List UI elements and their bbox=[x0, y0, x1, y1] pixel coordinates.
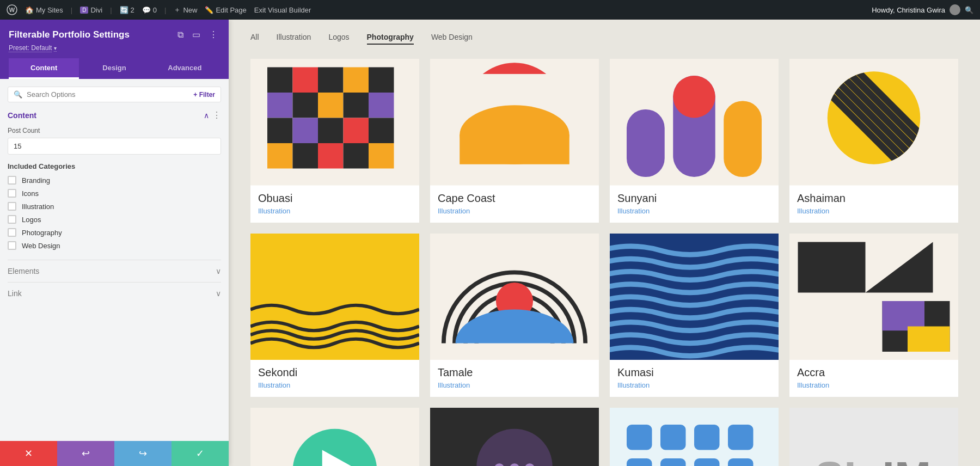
sidebar-expand-btn[interactable]: ⧉ bbox=[175, 29, 186, 41]
comment-count: 0 bbox=[153, 6, 157, 14]
portfolio-item-11[interactable] bbox=[610, 408, 779, 466]
admin-bar-comments[interactable]: 💬 0 bbox=[142, 6, 157, 14]
admin-bar-new[interactable]: ＋ New bbox=[174, 5, 197, 15]
portfolio-info-accra: Accra Illustration bbox=[789, 360, 958, 397]
preset-row[interactable]: Preset: Default ▾ bbox=[9, 44, 220, 52]
admin-bar-left: W 🏠 My Sites | D Divi | 🔄 2 💬 0 | ＋ New … bbox=[7, 4, 863, 15]
admin-bar-sync[interactable]: 🔄 2 bbox=[120, 6, 134, 14]
portfolio-name-sunyani: Sunyani bbox=[617, 192, 771, 205]
link-header[interactable]: Link ∨ bbox=[8, 289, 221, 298]
svg-rect-5 bbox=[318, 68, 344, 93]
portfolio-item-cape-coast[interactable]: Cape Coast Illustration bbox=[430, 59, 599, 223]
link-chevron-icon[interactable]: ∨ bbox=[216, 289, 221, 298]
category-checkbox-5[interactable] bbox=[8, 241, 16, 250]
filter-tab-photography[interactable]: Photography bbox=[367, 30, 414, 45]
portfolio-item-tamale[interactable]: Tamale Illustration bbox=[430, 234, 599, 397]
admin-bar-divi[interactable]: D Divi bbox=[80, 6, 102, 14]
svg-text:IM: IM bbox=[883, 452, 932, 466]
search-options-row[interactable]: 🔍 + Filter bbox=[8, 87, 221, 102]
home-icon: 🏠 bbox=[25, 6, 34, 14]
category-checkbox-4[interactable] bbox=[8, 228, 16, 237]
admin-bar: W 🏠 My Sites | D Divi | 🔄 2 💬 0 | ＋ New … bbox=[0, 0, 980, 20]
svg-rect-21 bbox=[344, 143, 369, 169]
divi-label: Divi bbox=[90, 6, 102, 14]
portfolio-cat-tamale: Illustration bbox=[438, 381, 591, 389]
category-checkbox-1[interactable] bbox=[8, 189, 16, 198]
portfolio-item-obuasi[interactable]: Obuasi Illustration bbox=[250, 59, 419, 223]
sync-count: 2 bbox=[131, 6, 134, 14]
elements-chevron-icon[interactable]: ∨ bbox=[216, 267, 221, 275]
redo-button[interactable]: ↪ bbox=[114, 441, 171, 466]
preset-arrow-icon: ▾ bbox=[54, 45, 57, 52]
portfolio-thumb-accra bbox=[789, 234, 958, 360]
category-checkbox-3[interactable] bbox=[8, 215, 16, 224]
wp-logo[interactable]: W bbox=[7, 4, 17, 15]
category-item-icons[interactable]: Icons bbox=[8, 189, 221, 198]
filter-tab-illustration[interactable]: Illustration bbox=[277, 30, 311, 45]
tab-advanced[interactable]: Advanced bbox=[150, 58, 220, 79]
confirm-button[interactable]: ✓ bbox=[171, 441, 229, 466]
filter-tab-logos[interactable]: Logos bbox=[328, 30, 349, 45]
admin-bar-edit-page[interactable]: ✏️ Edit Page bbox=[205, 6, 246, 14]
portfolio-item-12[interactable]: SL IM bbox=[789, 408, 958, 466]
category-item-logos[interactable]: Logos bbox=[8, 215, 221, 224]
svg-rect-65 bbox=[728, 425, 754, 450]
sidebar-title: Filterable Portfolio Settings bbox=[9, 29, 130, 40]
category-list: Branding Icons Illustration Logos Photog… bbox=[8, 176, 221, 250]
undo-button[interactable]: ↩ bbox=[57, 441, 114, 466]
post-count-input[interactable] bbox=[8, 138, 221, 155]
categories-label: Included Categories bbox=[8, 162, 221, 170]
portfolio-item-accra[interactable]: Accra Illustration bbox=[789, 234, 958, 397]
portfolio-item-kumasi[interactable]: Kumasi Illustration bbox=[610, 234, 779, 397]
search-options-input[interactable] bbox=[27, 90, 189, 99]
sidebar-title-icons: ⧉ ▭ ⋮ bbox=[175, 28, 220, 41]
main-content: All Illustration Logos Photography Web D… bbox=[229, 20, 980, 466]
admin-bar-my-sites[interactable]: 🏠 My Sites bbox=[25, 6, 63, 14]
portfolio-info-ashaiman: Ashaiman Illustration bbox=[789, 186, 958, 223]
category-name-4: Photography bbox=[22, 229, 62, 237]
plus-icon: ＋ bbox=[174, 5, 181, 15]
category-name-2: Illustration bbox=[22, 203, 54, 211]
portfolio-info-sekondi: Sekondi Illustration bbox=[250, 360, 419, 397]
svg-rect-31 bbox=[673, 76, 715, 118]
category-checkbox-2[interactable] bbox=[8, 202, 16, 211]
category-item-illustration[interactable]: Illustration bbox=[8, 202, 221, 211]
portfolio-item-10[interactable] bbox=[430, 408, 599, 466]
elements-header[interactable]: Elements ∨ bbox=[8, 267, 221, 275]
portfolio-cat-kumasi: Illustration bbox=[617, 381, 771, 389]
portfolio-item-9[interactable] bbox=[250, 408, 419, 466]
svg-rect-15 bbox=[318, 118, 344, 144]
filter-tab-webdesign[interactable]: Web Design bbox=[431, 30, 473, 45]
category-checkbox-0[interactable] bbox=[8, 176, 16, 185]
post-count-label: Post Count bbox=[8, 127, 221, 134]
user-greeting: Howdy, Christina Gwira bbox=[872, 6, 945, 14]
search-icon[interactable]: 🔍 bbox=[965, 6, 973, 14]
filter-tab-all[interactable]: All bbox=[250, 30, 259, 45]
section-collapse-icon[interactable]: ∧ bbox=[204, 111, 209, 120]
category-item-photography[interactable]: Photography bbox=[8, 228, 221, 237]
cancel-button[interactable]: ✕ bbox=[0, 441, 57, 466]
sidebar-more-btn[interactable]: ⋮ bbox=[207, 28, 220, 41]
category-item-web design[interactable]: Web Design bbox=[8, 241, 221, 250]
portfolio-info-sunyani: Sunyani Illustration bbox=[610, 186, 779, 223]
admin-bar-exit-vb[interactable]: Exit Visual Builder bbox=[254, 6, 311, 14]
portfolio-cat-sekondi: Illustration bbox=[258, 381, 412, 389]
category-name-3: Logos bbox=[22, 216, 41, 224]
svg-rect-52 bbox=[908, 326, 950, 352]
sidebar-layout-btn[interactable]: ▭ bbox=[190, 28, 203, 41]
category-item-branding[interactable]: Branding bbox=[8, 176, 221, 185]
portfolio-name-ashaiman: Ashaiman bbox=[797, 192, 951, 205]
portfolio-item-sunyani[interactable]: Sunyani Illustration bbox=[610, 59, 779, 223]
portfolio-thumb-cape-coast bbox=[430, 59, 599, 186]
filter-button[interactable]: + Filter bbox=[193, 91, 215, 99]
section-header: Content ∧ ⋮ bbox=[8, 110, 221, 120]
portfolio-item-sekondi[interactable]: Sekondi Illustration bbox=[250, 234, 419, 397]
tab-content[interactable]: Content bbox=[9, 58, 79, 79]
user-avatar[interactable] bbox=[950, 4, 960, 15]
portfolio-info-kumasi: Kumasi Illustration bbox=[610, 360, 779, 397]
tab-design[interactable]: Design bbox=[79, 58, 149, 79]
svg-rect-51 bbox=[883, 301, 925, 330]
portfolio-item-ashaiman[interactable]: Ashaiman Illustration bbox=[789, 59, 958, 223]
portfolio-info-cape-coast: Cape Coast Illustration bbox=[430, 186, 599, 223]
section-dots-icon[interactable]: ⋮ bbox=[212, 110, 221, 120]
